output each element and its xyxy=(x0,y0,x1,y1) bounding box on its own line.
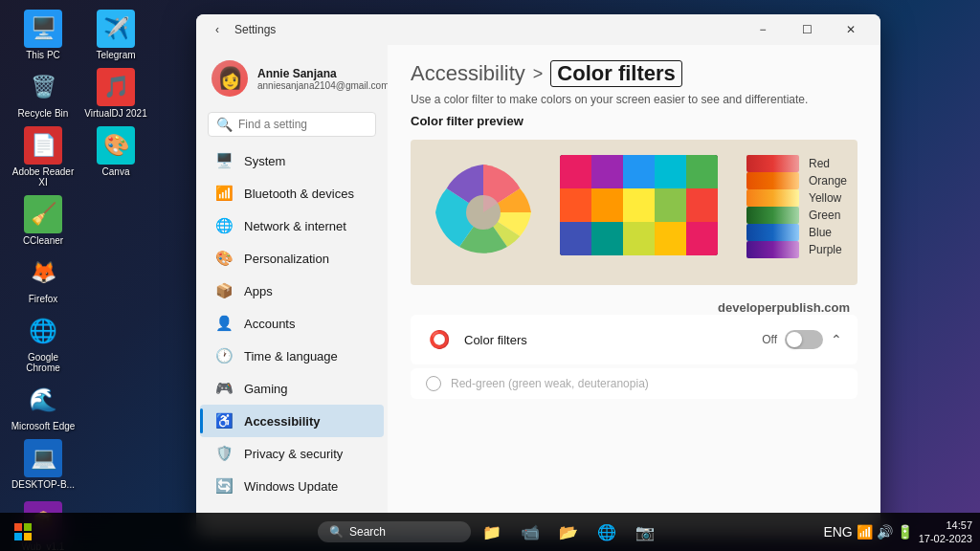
sidebar-item-label: Network & internet xyxy=(244,219,346,233)
sidebar-item-label: Accessibility xyxy=(244,414,321,429)
maximize-button[interactable]: ☐ xyxy=(785,14,829,45)
desktop-icon-thispc[interactable]: 🖥️ This PC xyxy=(10,10,77,60)
user-info: Annie Sanjana anniesanjana2104@gmail.com xyxy=(257,67,388,91)
color-label-yellow: Yellow xyxy=(809,191,841,205)
search-input[interactable] xyxy=(238,118,382,131)
breadcrumb-separator: > xyxy=(533,64,544,84)
main-content: Accessibility > Color filters Use a colo… xyxy=(388,45,880,536)
color-bars: Red Orange Yellow xyxy=(746,155,847,258)
accounts-icon: 👤 xyxy=(215,315,233,332)
settings-window: ‹ Settings − ☐ ✕ 👩 Annie Sanjana xyxy=(196,14,880,536)
sidebar-item-label: Bluetooth & devices xyxy=(244,187,354,201)
sidebar-item-label: Gaming xyxy=(244,382,288,396)
sidebar-item-label: Windows Update xyxy=(244,479,338,494)
svg-rect-2 xyxy=(24,523,32,531)
preview-section-title: Color filter preview xyxy=(411,114,858,128)
sidebar-item-accounts[interactable]: 👤 Accounts xyxy=(200,307,384,340)
color-bar-row-green: Green xyxy=(746,207,847,224)
desktop-icon-edge[interactable]: 🌊 Microsoft Edge xyxy=(10,381,77,431)
close-button[interactable]: ✕ xyxy=(829,14,873,45)
lang-icon: ENG xyxy=(823,524,852,540)
desktop-icon-chrome[interactable]: 🌐 Google Chrome xyxy=(10,312,77,373)
taskbar-clock: 14:57 17-02-2023 xyxy=(919,518,972,546)
color-label-red: Red xyxy=(809,157,830,170)
breadcrumb-parent: Accessibility xyxy=(411,61,525,86)
personalization-icon: 🎨 xyxy=(215,250,233,267)
sidebar-item-update[interactable]: 🔄 Windows Update xyxy=(200,470,384,502)
taskbar-center: 🔍 Search 📁 📹 📂 🌐 📷 xyxy=(318,515,662,549)
color-filters-setting: ⭕ Color filters Off ⌃ xyxy=(411,315,858,364)
color-label-green: Green xyxy=(809,209,840,222)
color-label-blue: Blue xyxy=(809,226,832,239)
desktop-icon-telegram[interactable]: ✈️ Telegram xyxy=(82,10,149,60)
red-green-option: Red-green (green weak, deuteranopia) xyxy=(411,368,858,399)
sidebar-item-gaming[interactable]: 🎮 Gaming xyxy=(200,372,384,405)
taskbar-right: ENG 📶 🔊 🔋 14:57 17-02-2023 xyxy=(823,518,972,546)
search-label: Search xyxy=(349,525,386,539)
title-bar-controls: − ☐ ✕ xyxy=(741,14,873,45)
desktop-icon-vdj[interactable]: 🎵 VirtualDJ 2021 xyxy=(82,68,149,119)
avatar: 👩 xyxy=(212,60,248,97)
title-bar-left: ‹ Settings xyxy=(208,20,276,39)
desktop-icon-desktop[interactable]: 💻 DESKTOP-B... xyxy=(10,439,77,490)
sidebar-item-label: Personalization xyxy=(244,252,329,266)
page-subtitle: Use a color filter to make colors on you… xyxy=(411,93,858,106)
sidebar-item-accessibility[interactable]: ♿ Accessibility xyxy=(200,405,384,437)
sidebar-item-system[interactable]: 🖥️ System xyxy=(200,144,384,177)
apps-icon: 📦 xyxy=(215,282,233,299)
sidebar-item-apps[interactable]: 📦 Apps xyxy=(200,275,384,307)
color-bar-row-yellow: Yellow xyxy=(746,189,847,207)
system-icon: 🖥️ xyxy=(215,152,233,169)
color-filters-right: Off ⌃ xyxy=(762,330,842,349)
taskbar-app[interactable]: 📷 xyxy=(628,515,662,549)
expand-icon[interactable]: ⌃ xyxy=(831,332,842,347)
svg-rect-3 xyxy=(14,533,22,540)
user-email: anniesanjana2104@gmail.com xyxy=(257,80,388,91)
color-filters-toggle[interactable] xyxy=(785,330,823,349)
sidebar-item-network[interactable]: 🌐 Network & internet xyxy=(200,209,384,242)
radio-button-red-green[interactable] xyxy=(426,376,441,391)
gaming-icon: 🎮 xyxy=(215,380,233,397)
desktop-icon-recycle[interactable]: 🗑️ Recycle Bin xyxy=(10,68,77,119)
update-icon: 🔄 xyxy=(215,477,233,495)
sidebar-search[interactable]: 🔍 xyxy=(208,112,376,137)
taskbar-folder[interactable]: 📂 xyxy=(551,515,586,549)
color-bar-purple xyxy=(746,241,799,258)
color-bar-row-purple: Purple xyxy=(746,241,847,258)
sidebar-item-bluetooth[interactable]: 📶 Bluetooth & devices xyxy=(200,177,384,209)
desktop-icon-firefox[interactable]: 🦊 Firefox xyxy=(10,253,77,304)
color-bar-row-orange: Orange xyxy=(746,172,847,189)
toggle-knob xyxy=(787,332,802,347)
color-label-purple: Purple xyxy=(809,243,842,256)
back-button[interactable]: ‹ xyxy=(208,20,227,39)
desktop-icon-adobe[interactable]: 📄 Adobe Reader XI xyxy=(10,126,77,187)
color-bar-row-blue: Blue xyxy=(746,224,847,241)
color-bar-green xyxy=(746,207,799,224)
desktop: 🖥️ This PC ✈️ Telegram 🗑️ Recycle Bin 🎵 … xyxy=(0,0,980,551)
user-profile[interactable]: 👩 Annie Sanjana anniesanjana2104@gmail.c… xyxy=(196,53,388,104)
desktop-icon-ccleaner[interactable]: 🧹 CCleaner xyxy=(10,195,77,246)
start-button[interactable] xyxy=(8,517,38,547)
color-wheel xyxy=(426,155,541,270)
window-title: Settings xyxy=(234,23,276,36)
taskbar-fileexplorer[interactable]: 📁 xyxy=(475,515,509,549)
taskbar-camera[interactable]: 📹 xyxy=(513,515,547,549)
taskbar-time-display: 14:57 xyxy=(919,518,972,532)
window-body: 👩 Annie Sanjana anniesanjana2104@gmail.c… xyxy=(196,45,880,536)
sidebar-item-time[interactable]: 🕐 Time & language xyxy=(200,340,384,372)
colorful-image xyxy=(560,155,718,255)
taskbar-search[interactable]: 🔍 Search xyxy=(318,521,471,542)
privacy-icon: 🛡️ xyxy=(215,445,233,462)
sidebar-item-personalization[interactable]: 🎨 Personalization xyxy=(200,242,384,275)
battery-icon: 🔋 xyxy=(897,524,913,540)
color-label-orange: Orange xyxy=(809,174,847,187)
content-area: Color filter preview xyxy=(388,114,880,536)
color-bar-yellow xyxy=(746,189,799,207)
color-filters-icon: ⭕ xyxy=(426,326,453,353)
sidebar-item-privacy[interactable]: 🛡️ Privacy & security xyxy=(200,437,384,470)
taskbar-chrome[interactable]: 🌐 xyxy=(590,515,624,549)
minimize-button[interactable]: − xyxy=(741,14,785,45)
desktop-icon-canva[interactable]: 🎨 Canva xyxy=(82,126,149,187)
taskbar-sys-icons: ENG 📶 🔊 🔋 xyxy=(823,524,912,540)
desktop-icons: 🖥️ This PC ✈️ Telegram 🗑️ Recycle Bin 🎵 … xyxy=(10,10,149,551)
